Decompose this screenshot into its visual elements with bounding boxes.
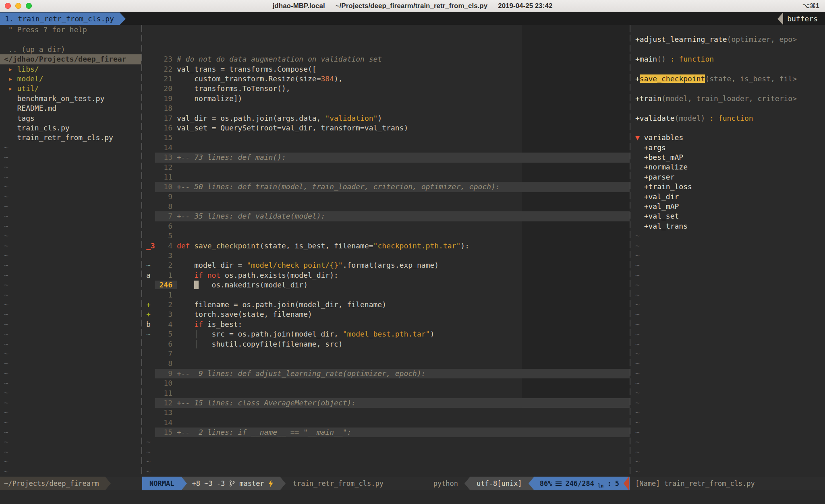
fold-line[interactable]: 10 +-- 50 lines: def train(model, train_… [146,182,630,192]
empty-line: ~ [4,211,141,221]
token-k: def [177,242,190,250]
token-fd: +-- 35 lines: def validate(model): [177,212,325,220]
code-line[interactable]: 246 os.makedirs(model_dir) [146,280,630,290]
code-line[interactable]: 13 [146,408,630,417]
tagbar-status-text: [Name] train_retr_from_cls.py [635,479,755,487]
tag-var-val-set[interactable]: +val_set [635,211,825,221]
window-title-datetime: 2019-04-25 23:42 [498,2,552,10]
tilde: ~ [4,300,8,309]
code-line[interactable]: 15 [146,133,630,143]
code-line[interactable]: 21 custom_transform.Resize(size=384), [146,74,630,84]
zoom-button[interactable] [26,3,32,9]
empty-line: ~ [635,378,825,388]
tag-main[interactable]: +main() : function [635,54,825,64]
token-t: src = os.path.join(model_dir, [199,330,343,338]
code-line[interactable]: 9 [146,192,630,202]
tag-var-val-dir[interactable]: +val_dir [635,192,825,202]
fold-line[interactable]: 9 +-- 9 lines: def adjust_learning_rate(… [146,369,630,378]
code-line[interactable]: 18 [146,103,630,113]
fold-line[interactable]: 15 +-- 2 lines: if __name__ == "__main__… [146,428,630,437]
tilde: ~ [4,163,8,171]
code-line[interactable]: 23 # do not do data augmentation on vali… [146,54,630,64]
minimize-button[interactable] [15,3,21,9]
code-line[interactable]: 10 [146,378,630,388]
tag-var-parser[interactable]: +parser [635,172,825,182]
code-line[interactable]: 8 [146,359,630,368]
code-line[interactable]: 5 [146,231,630,241]
tree-item-tags[interactable]: tags [4,114,141,123]
code-line[interactable]: 3 [146,251,630,260]
fold-line[interactable]: 13 +-- 73 lines: def main(): [146,153,630,162]
tilde: ~ [4,202,8,211]
tag-var-val-mAP[interactable]: +val_mAP [635,202,825,211]
tag-var-args[interactable]: +args [635,143,825,153]
empty-line: ~ [4,162,141,172]
fold-line[interactable]: 12 +-- 15 lines: class AverageMeter(obje… [146,398,630,408]
token-t: torch.save(state, filename) [177,310,312,318]
tilde: ~ [4,418,8,427]
empty-line: ~ [635,329,825,339]
line-number: 2 [155,261,177,269]
window-separator [630,25,630,477]
tree-item-benchmark-on-test[interactable]: benchmark_on_test.py [4,94,141,103]
code-line[interactable]: 14 [146,143,630,153]
tbsig-seg: (model, train_loader, criterio> [661,94,797,103]
tree-item-train-retr-from-cls[interactable]: train_retr_from_cls.py [4,133,141,143]
tree-item-util[interactable]: ▸ util/ [4,84,141,93]
empty-line: ~ [4,231,141,241]
close-button[interactable] [5,3,11,9]
tilde: ~ [635,261,640,269]
tab-train-retr-from-cls[interactable]: 1. train_retr_from_cls.py [0,12,120,25]
fold-line[interactable]: 7 +-- 35 lines: def validate(model): [146,211,630,221]
tag-save-checkpoint[interactable]: +save_checkpoint(state, is_best, fil> [635,74,825,84]
tag-train[interactable]: +train(model, train_loader, criterio> [635,94,825,103]
tag-var-normalize[interactable]: +normalize [635,162,825,172]
tag-adjust-learning-rate[interactable]: +adjust_learning_rate(optimizer, epo> [635,35,825,44]
tilde: ~ [4,438,8,446]
tilde: ~ [4,271,8,279]
code-line[interactable]: 22 val_trans = transforms.Compose([ [146,64,630,74]
tree-item-readme[interactable]: README.md [4,103,141,113]
tab-label: 1. train_retr_from_cls.py [5,14,114,23]
line-number: 17 [155,114,177,122]
code-line[interactable]: 11 [146,388,630,398]
code-line[interactable]: + 2 filename = os.path.join(model_dir, f… [146,300,630,310]
code-line[interactable]: b 4 if is_best: [146,320,630,329]
tree-item-train-cls[interactable]: train_cls.py [4,123,141,133]
tree-item-libs[interactable]: ▸ libs/ [4,64,141,74]
tag-validate[interactable]: +validate(model) : function [635,114,825,123]
code-line[interactable]: 19 normalize]) [146,94,630,103]
code-line[interactable]: 11 [146,172,630,182]
code-line[interactable]: 6 [146,221,630,231]
tree-item-model[interactable]: ▸ model/ [4,74,141,84]
sign-mark: a [146,271,155,279]
empty-line: ~ [635,408,825,417]
code-line[interactable]: a 1 if not os.path.exists(model_dir): [146,271,630,280]
tb-seg: +parser [635,173,675,181]
tag-var-val-trans[interactable]: +val_trans [635,221,825,231]
code-line[interactable]: ~ 5 │ src = os.path.join(model_dir, "mod… [146,329,630,339]
code-line[interactable]: 1 [146,290,630,300]
code-line[interactable]: 7 [146,349,630,359]
code-line[interactable]: 20 transforms.ToTensor(), [146,84,630,93]
tree-up-dir[interactable]: .. (up a dir) [4,45,141,54]
tag-scope-variables[interactable]: ▼ variables [635,133,825,143]
tree-root[interactable]: </jdhao/Projects/deep_firear [0,54,141,64]
tree-blank [4,35,141,44]
tag-var-best-mAP[interactable]: +best_mAP [635,153,825,162]
tilde: ~ [635,448,640,456]
code-line[interactable]: _3 4 def save_checkpoint(state, is_best,… [146,241,630,251]
tag-var-train-loss[interactable]: +train_loss [635,182,825,192]
code-line[interactable]: 14 [146,418,630,428]
tilde: ~ [635,388,640,397]
code-line[interactable]: 8 [146,202,630,211]
code-line[interactable]: + 3 torch.save(state, filename) [146,310,630,319]
code-line[interactable]: 16 val_set = QuerySet(root=val_dir, tran… [146,123,630,133]
tb-seg: +best_mAP [635,153,683,161]
editor-pane[interactable]: 23 # do not do data augmentation on vali… [142,25,630,477]
code-line[interactable]: 6 │ shutil.copyfile(filename, src) [146,339,630,349]
empty-line: ~ [4,172,141,182]
code-line[interactable]: 12 [146,163,630,172]
code-line[interactable]: ~ 2 model_dir = "model/check_point/{}".f… [146,260,630,270]
code-line[interactable]: 17 val_dir = os.path.join(args.data, "va… [146,114,630,123]
